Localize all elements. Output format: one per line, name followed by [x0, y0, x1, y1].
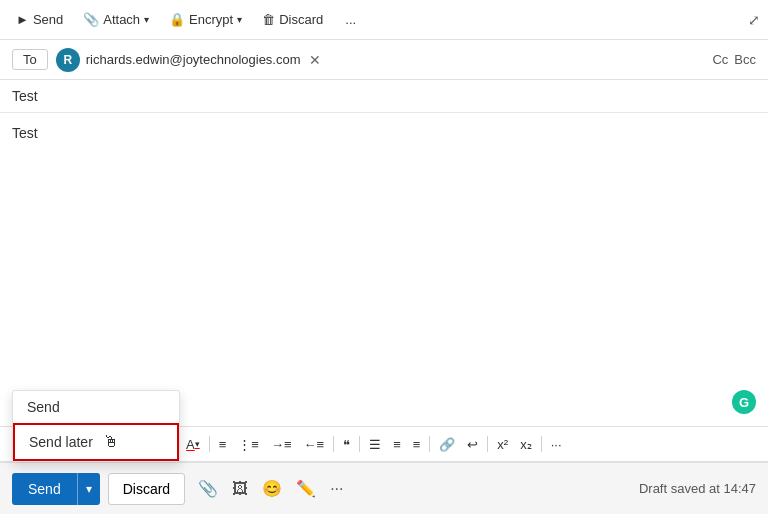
- draft-saved-text: Draft saved at 14:47: [639, 481, 756, 496]
- to-field: To R richards.edwin@joytechnologies.com …: [0, 40, 768, 80]
- send-main-button[interactable]: Send: [12, 473, 77, 505]
- format-quote-btn[interactable]: ❝: [338, 434, 355, 455]
- format-indent-btn[interactable]: →≡: [266, 434, 297, 455]
- send-label: Send: [33, 12, 63, 27]
- fmt-sep-8: [541, 436, 542, 452]
- body-area[interactable]: Test G: [0, 113, 768, 426]
- expand-icon[interactable]: ⤢: [748, 12, 760, 28]
- fmt-sep-7: [487, 436, 488, 452]
- attach-image-btn[interactable]: 🖼: [229, 477, 251, 501]
- send-icon: ►: [16, 12, 29, 27]
- to-label: To: [12, 49, 48, 70]
- fmt-sep-5: [359, 436, 360, 452]
- format-link-btn[interactable]: 🔗: [434, 434, 460, 455]
- attach-emoji-btn[interactable]: 😊: [259, 476, 285, 501]
- attach-more-btn[interactable]: ···: [327, 477, 346, 501]
- format-align-left-btn[interactable]: ☰: [364, 434, 386, 455]
- send-dropdown-menu: Send Send later 🖱: [12, 390, 180, 462]
- paperclip-icon: 📎: [83, 12, 99, 27]
- cc-button[interactable]: Cc: [712, 52, 728, 67]
- attach-chevron-icon: ▾: [144, 14, 149, 25]
- attach-file-btn[interactable]: 📎: [195, 476, 221, 501]
- cursor-icon: 🖱: [103, 433, 119, 451]
- format-align-center-btn[interactable]: ≡: [388, 434, 406, 455]
- grammarly-icon[interactable]: G: [732, 390, 756, 414]
- discard-main-button[interactable]: Discard: [108, 473, 185, 505]
- format-subscript-btn[interactable]: x₂: [515, 434, 537, 455]
- format-more-btn[interactable]: ···: [546, 434, 567, 455]
- subject-line[interactable]: Test: [0, 80, 768, 113]
- send-button[interactable]: ► Send: [8, 8, 71, 31]
- bcc-button[interactable]: Bcc: [734, 52, 756, 67]
- subject-text: Test: [12, 88, 38, 104]
- format-unlink-btn[interactable]: ↩: [462, 434, 483, 455]
- recipient-chip: R richards.edwin@joytechnologies.com ✕: [56, 48, 323, 72]
- more-label: ...: [345, 12, 356, 27]
- attach-label: Attach: [103, 12, 140, 27]
- send-bar: Send ▾ Discard 📎 🖼 😊 ✏️ ··· Draft saved …: [0, 462, 768, 514]
- fmt-sep-6: [429, 436, 430, 452]
- compose-area: To R richards.edwin@joytechnologies.com …: [0, 40, 768, 514]
- top-toolbar: ► Send 📎 Attach ▾ 🔒 Encrypt ▾ 🗑 Discard …: [0, 0, 768, 40]
- send-later-label: Send later: [29, 434, 93, 450]
- format-numbering-btn[interactable]: ⋮≡: [233, 434, 264, 455]
- recipient-email: richards.edwin@joytechnologies.com: [86, 52, 301, 67]
- attach-button[interactable]: 📎 Attach ▾: [75, 8, 157, 31]
- format-align-right-btn[interactable]: ≡: [408, 434, 426, 455]
- send-later-item[interactable]: Send later 🖱: [13, 423, 179, 461]
- cc-bcc-area: Cc Bcc: [712, 52, 756, 67]
- format-outdent-btn[interactable]: ←≡: [299, 434, 330, 455]
- format-superscript-btn[interactable]: x²: [492, 434, 513, 455]
- discard-label: Discard: [279, 12, 323, 27]
- lock-icon: 🔒: [169, 12, 185, 27]
- format-bullets-btn[interactable]: ≡: [214, 434, 232, 455]
- fmt-sep-3: [209, 436, 210, 452]
- attach-icons-bar: 📎 🖼 😊 ✏️ ···: [195, 476, 346, 501]
- send-group: Send ▾: [12, 473, 100, 505]
- send-dropdown-button[interactable]: ▾: [77, 473, 100, 505]
- encrypt-button[interactable]: 🔒 Encrypt ▾: [161, 8, 250, 31]
- discard-button[interactable]: 🗑 Discard: [254, 8, 331, 31]
- trash-icon: 🗑: [262, 12, 275, 27]
- body-text: Test: [12, 125, 38, 141]
- format-font-color-btn[interactable]: A▾: [181, 434, 205, 455]
- encrypt-chevron-icon: ▾: [237, 14, 242, 25]
- remove-recipient-button[interactable]: ✕: [307, 52, 323, 68]
- attach-signature-btn[interactable]: ✏️: [293, 476, 319, 501]
- encrypt-label: Encrypt: [189, 12, 233, 27]
- send-now-item[interactable]: Send: [13, 391, 179, 423]
- avatar: R: [56, 48, 80, 72]
- more-options-button[interactable]: ...: [337, 8, 364, 31]
- fmt-sep-4: [333, 436, 334, 452]
